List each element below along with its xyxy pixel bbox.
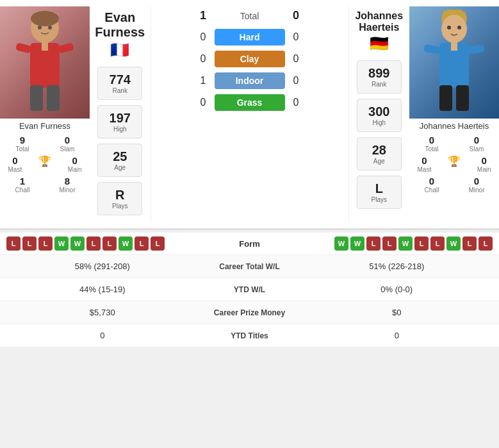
left-player-photo — [0, 6, 90, 119]
clay-badge: Clay — [215, 51, 285, 67]
form-badge-right: L — [366, 236, 380, 251]
right-plays-box: L Plays — [357, 176, 402, 209]
svg-point-1 — [31, 11, 59, 26]
right-minor-stat: 0 Minor — [454, 176, 499, 194]
court-row-grass: 0 Grass 0 — [154, 94, 346, 111]
left-trophy: 🏆 — [30, 155, 60, 173]
player-comparison-section: Evan Furness 9 Total 0 Slam 0 Mast 🏆 — [0, 0, 499, 230]
form-row: LLLWWLLWLL Form WWLLWLLWLL — [0, 233, 499, 255]
left-plays-box: R Plays — [97, 182, 142, 215]
left-slam-stat: 0 Slam — [45, 135, 90, 153]
left-player-name: Evan Furness — [92, 10, 148, 40]
left-player-name-label: Evan Furness — [18, 119, 72, 133]
right-high-box: 300 High — [357, 99, 402, 132]
svg-rect-9 — [47, 85, 60, 111]
right-stats-row1: 0 Total 0 Slam — [409, 135, 499, 153]
form-badge-right: W — [446, 236, 461, 251]
form-badge-right: W — [350, 236, 364, 251]
grass-score-right: 0 — [285, 97, 307, 108]
left-name-flag: Evan Furness 🇫🇷 — [92, 10, 148, 62]
hard-score-left: 0 — [192, 31, 215, 43]
left-player-silhouette — [3, 10, 86, 115]
clay-score-left: 0 — [192, 53, 215, 65]
bottom-stats-section: LLLWWLLWLL Form WWLLWLLWLL 58% (291-208)… — [0, 233, 499, 347]
right-chall-stat: 0 Chall — [409, 176, 454, 194]
main-container: Evan Furness 9 Total 0 Slam 0 Mast 🏆 — [0, 0, 499, 347]
right-stats-row3: 0 Chall 0 Minor — [409, 176, 499, 194]
stats-row-2: $5,730 Career Prize Money $0 — [0, 301, 499, 324]
form-badge-left: W — [54, 236, 69, 251]
form-badge-right: W — [398, 236, 413, 251]
form-badge-left: L — [102, 236, 117, 251]
indoor-score-right: 0 — [285, 75, 307, 87]
right-center-stats: JohannesHaerteis 🇩🇪 899 Rank 300 High 28… — [348, 6, 410, 222]
stats-left-val: $5,730 — [6, 308, 199, 317]
stats-row-0: 58% (291-208) Career Total W/L 51% (226-… — [0, 255, 499, 278]
left-minor-stat: 8 Minor — [45, 176, 90, 194]
stats-right-val: 51% (226-218) — [301, 261, 493, 271]
form-label: Form — [199, 239, 301, 249]
right-trophy: 🏆 — [439, 155, 470, 173]
right-player-panel: Johannes Haerteis 0 Total 0 Slam 0 Mast … — [409, 6, 499, 222]
stats-left-val: 0 — [6, 331, 199, 340]
stats-center-label: YTD Titles — [199, 331, 301, 340]
form-badge-left: L — [86, 236, 101, 251]
svg-rect-7 — [58, 42, 74, 54]
left-mast-stat: 0 Mast — [0, 155, 30, 173]
form-badge-right: L — [462, 236, 477, 251]
right-player-photo — [409, 6, 499, 119]
svg-point-17 — [457, 26, 461, 29]
total-score-row: 1 Total 0 — [154, 9, 346, 22]
svg-rect-8 — [30, 85, 43, 111]
stats-center-label: YTD W/L — [199, 285, 301, 294]
svg-rect-5 — [42, 42, 48, 51]
form-left: LLLWWLLWLL — [6, 236, 199, 251]
form-badge-left: W — [119, 236, 133, 251]
form-badge-left: L — [151, 236, 165, 251]
right-main-stat: 0 Main — [469, 155, 499, 173]
indoor-score-left: 1 — [192, 75, 215, 87]
left-stats-row3: 1 Chall 8 Minor — [0, 176, 90, 194]
clay-score-right: 0 — [285, 53, 307, 65]
right-age-box: 28 Age — [357, 137, 402, 170]
left-main-stat: 0 Main — [60, 155, 90, 173]
stats-rows: 58% (291-208) Career Total W/L 51% (226-… — [0, 255, 499, 347]
form-badge-right: L — [414, 236, 429, 251]
total-score-right: 0 — [285, 9, 307, 22]
left-high-box: 197 High — [97, 105, 142, 138]
svg-rect-19 — [451, 42, 457, 51]
hard-score-right: 0 — [285, 31, 307, 43]
court-row-hard: 0 Hard 0 — [154, 29, 346, 46]
form-badge-left: W — [70, 236, 85, 251]
left-rank-box: 774 Rank — [97, 67, 142, 100]
right-rank-box: 899 Rank — [357, 60, 402, 94]
right-player-silhouette — [413, 10, 496, 115]
left-total-stat: 9 Total — [0, 135, 45, 153]
left-chall-stat: 1 Chall — [0, 176, 45, 194]
svg-rect-22 — [439, 85, 452, 111]
hard-badge: Hard — [215, 29, 285, 46]
total-label: Total — [215, 11, 285, 21]
form-badge-right: L — [479, 236, 493, 251]
court-scores-section: 1 Total 0 0 Hard 0 0 Clay 0 1 Indoor 0 0 — [151, 6, 348, 222]
right-flag: 🇩🇪 — [370, 35, 389, 53]
left-stats-row1: 9 Total 0 Slam — [0, 135, 90, 153]
svg-point-15 — [441, 15, 467, 43]
right-player-name-label: Johannes Haerteis — [418, 119, 490, 133]
svg-point-3 — [48, 26, 52, 29]
svg-point-2 — [38, 26, 42, 29]
form-right: WWLLWLLWLL — [301, 236, 493, 251]
svg-point-16 — [447, 26, 451, 29]
right-mast-stat: 0 Mast — [409, 155, 439, 173]
form-badge-left: L — [6, 236, 20, 251]
left-stats-row2: 0 Mast 🏆 0 Main — [0, 155, 90, 173]
grass-score-left: 0 — [192, 97, 215, 108]
left-player-panel: Evan Furness 9 Total 0 Slam 0 Mast 🏆 — [0, 6, 90, 222]
svg-rect-21 — [467, 44, 485, 54]
right-total-stat: 0 Total — [409, 135, 454, 153]
stats-center-label: Career Prize Money — [199, 308, 301, 317]
court-row-indoor: 1 Indoor 0 — [154, 72, 346, 89]
stats-left-val: 58% (291-208) — [6, 261, 199, 271]
grass-badge: Grass — [215, 94, 285, 111]
form-badge-right: L — [430, 236, 445, 251]
